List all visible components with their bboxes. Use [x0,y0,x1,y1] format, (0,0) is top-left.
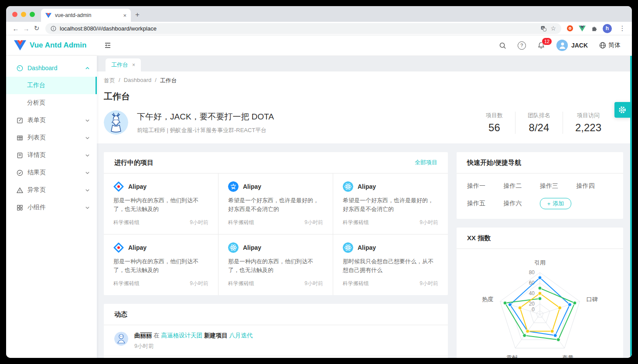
add-button[interactable]: + 添加 [540,198,571,209]
quicknav-link-3[interactable]: 操作三 [540,182,577,190]
close-window-button[interactable] [12,12,17,17]
browser-menu-icon[interactable]: ⋮ [617,24,628,32]
sidebar-item-workplace[interactable]: 工作台 [6,77,97,94]
new-tab-button[interactable]: + [135,10,140,19]
svg-text:产量: 产量 [562,354,573,358]
sidebar-item-results[interactable]: 结果页 [6,164,97,181]
activity-action: 新建项目 [204,332,228,339]
project-group-link[interactable]: 科学搬砖组 [113,280,140,287]
quicknav-link-1[interactable]: 操作一 [467,182,504,190]
list-item: 曲丽丽 在 高逼格设计天团 新建项目 八月迭代 9小时前 [104,325,448,356]
page-header: 首页 / Dashboard / 工作台 工作台 下午好，JACK，要不要打一把… [97,71,632,143]
activities-card: 动态 曲丽丽 在 高 [104,304,448,358]
sidebar-item-lists[interactable]: 列表页 [6,129,97,146]
project-card[interactable]: Alipay 那是一种内在的东西，他们到达不了，也无法触及的 科学搬砖组9小时前 [104,235,218,295]
breadcrumb-home[interactable]: 首页 [104,77,115,85]
user-menu[interactable]: JACK [556,40,588,51]
project-group-link[interactable]: 科学搬砖组 [228,219,254,226]
translate-icon[interactable]: A [540,25,547,32]
sidebar-item-widgets[interactable]: 小组件 [6,199,97,216]
extensions-puzzle-icon[interactable] [591,25,597,32]
header-actions: ? 12 JACK 简体 [499,40,632,51]
project-card[interactable]: Alipay 那是一种内在的东西，他们到达不了，也无法触及的 科学搬砖组9小时前 [218,235,333,295]
stat-projects: 项目数 56 [474,112,515,134]
app-logo[interactable]: Vue Antd Admin [6,40,97,51]
sidebar-item-forms[interactable]: 表单页 [6,112,97,129]
site-info-icon[interactable] [51,26,56,31]
search-icon[interactable] [499,42,506,49]
react-logo-icon [228,242,239,253]
maximize-window-button[interactable] [30,12,35,17]
browser-tab[interactable]: vue-antd-admin × [41,9,131,22]
activity-group-link[interactable]: 高逼格设计天团 [161,332,203,339]
quicknav-link-2[interactable]: 操作二 [504,182,540,190]
chevron-down-icon [85,136,90,140]
chevron-up-icon [85,66,90,71]
chevron-down-icon [85,153,90,158]
help-icon[interactable]: ? [518,41,526,50]
project-card[interactable]: Alipay 希望是一个好东西，也许是最好的，好东西是不会消亡的 科学搬砖组9小… [333,173,448,235]
chevron-down-icon [85,188,90,193]
all-projects-link[interactable]: 全部项目 [415,159,437,167]
browser-tab-strip: vue-antd-admin × + [6,6,632,22]
forward-icon[interactable]: → [21,25,31,32]
language-switcher[interactable]: 简体 [599,41,621,49]
browser-profile-avatar[interactable]: h [603,24,612,33]
sidebar-item-analysis[interactable]: 分析页 [6,94,97,112]
stat-visits: 项目访问 2,223 [563,112,614,134]
page-tab-close-icon[interactable]: × [132,62,135,68]
sidebar-item-dashboard[interactable]: Dashboard [6,59,97,77]
settings-gear-button[interactable] [614,102,630,118]
quicknav-card: 快速开始/便捷导航 操作一 操作二 操作三 操作四 操作五 操作六 + 添加 [457,152,623,219]
chevron-down-icon [85,118,90,123]
projects-card-title: 进行中的项目 [114,159,154,167]
quicknav-link-5[interactable]: 操作五 [467,200,504,208]
username: JACK [571,42,588,49]
menu-fold-icon[interactable] [104,41,112,49]
page-tab-workplace[interactable]: 工作台 × [106,58,141,71]
breadcrumb-current: 工作台 [160,77,177,85]
svg-text:20: 20 [529,301,535,307]
quicknav-link-6[interactable]: 操作六 [504,200,540,208]
browser-window: vue-antd-admin × + ← → ↻ localhost:8080/… [6,6,632,358]
extension-orange-icon[interactable] [566,25,573,32]
activity-time: 9小时前 [134,343,253,350]
warning-icon [17,187,23,194]
chevron-down-icon [85,170,90,175]
svg-text:80: 80 [529,269,535,276]
radar-chart-svg: 020406080引用口碑产量贡献热度 [457,254,623,358]
minimize-window-button[interactable] [21,12,26,17]
svg-text:40: 40 [529,290,535,296]
activity-target-link[interactable]: 八月迭代 [229,332,253,339]
address-bar[interactable]: localhost:8080/#/dashboard/workplace A ☆ [45,23,561,34]
project-card[interactable]: Alipay 希望是一个好东西，也许是最好的，好东西是不会消亡的 科学搬砖组9小… [218,173,333,235]
sidebar-item-exceptions[interactable]: 异常页 [6,181,97,199]
header-stats: 项目数 56 团队排名 8/24 项目访问 2,223 [474,112,614,134]
tab-close-icon[interactable]: × [123,12,126,19]
quicknav-grid: 操作一 操作二 操作三 操作四 操作五 操作六 + 添加 [457,173,623,219]
breadcrumb-dashboard[interactable]: Dashboard [124,77,152,85]
project-group-link[interactable]: 科学搬砖组 [228,280,254,287]
language-label: 简体 [608,41,621,49]
quicknav-link-4[interactable]: 操作四 [577,182,613,190]
page-title: 工作台 [104,91,621,102]
project-group-link[interactable]: 科学搬砖组 [343,219,369,226]
back-icon[interactable]: ← [10,25,21,32]
project-group-link[interactable]: 科学搬砖组 [113,219,140,226]
radar-chart: 020406080引用口碑产量贡献热度 abc [457,249,623,358]
vue-devtools-icon[interactable] [579,25,586,32]
project-card[interactable]: Alipay 那是一种内在的东西，他们到达不了，也无法触及的 科学搬砖组9小时前 [104,173,218,235]
globe-icon [599,42,606,49]
svg-text:贡献: 贡献 [506,354,518,358]
project-group-link[interactable]: 科学搬砖组 [343,280,369,287]
project-card[interactable]: Alipay 那时候我只会想自己想要什么，从不想自己拥有什么 科学搬砖组9小时前 [333,235,448,295]
svg-text:引用: 引用 [534,259,546,266]
notification-bell[interactable]: 12 [537,41,545,49]
antd-logo-icon [113,181,124,192]
greeting-text: 下午好，JACK，要不要打一把 DOTA [137,111,274,122]
bookmark-star-icon[interactable]: ☆ [550,25,556,32]
antd-logo-icon [113,242,124,253]
activity-avatar [114,332,128,346]
reload-icon[interactable]: ↻ [31,24,42,32]
sidebar-item-details[interactable]: 详情页 [6,146,97,164]
